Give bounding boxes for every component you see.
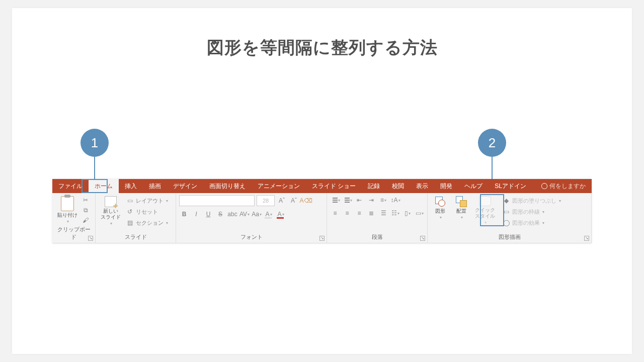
align-text-button[interactable]: ▯▾ [403,208,413,218]
align-right-button[interactable]: ≡ [354,208,364,218]
effects-icon: ◯ [502,219,510,227]
font-name-combo[interactable] [179,195,255,206]
shrink-font-button[interactable]: Aˇ [289,196,299,206]
tab-draw[interactable]: 描画 [143,179,167,193]
tab-file[interactable]: ファイル [52,179,89,193]
tab-slideshow[interactable]: スライド ショー [306,179,362,193]
callout-2: 2 [478,129,506,179]
ribbon-tabs: ファイル ホーム 挿入 描画 デザイン 画面切り替え アニメーション スライド … [52,179,592,193]
quick-styles-icon [479,196,491,206]
change-case-button[interactable]: Aa▾ [252,209,262,219]
ribbon: ファイル ホーム 挿入 描画 デザイン 画面切り替え アニメーション スライド … [52,179,592,243]
grow-font-button[interactable]: Aˆ [277,196,287,206]
callout-1: 1 [80,129,109,179]
outline-icon: ▭ [502,208,510,216]
font-size-combo[interactable]: 28 [257,195,275,206]
shapes-icon [435,196,446,207]
text-direction-button[interactable]: ↕A▾ [390,195,400,205]
tell-me[interactable]: 何をしますか [535,179,592,193]
quick-styles-button[interactable]: クイック スタイル ▾ [473,195,497,226]
tab-animations[interactable]: アニメーション [252,179,306,193]
bold-button[interactable]: B [179,209,189,219]
align-center-button[interactable]: ≡ [342,208,352,218]
new-slide-icon [105,196,117,207]
bullets-button[interactable]: ▾ [330,195,340,205]
align-left-button[interactable]: ≡ [330,208,340,218]
shape-outline-button[interactable]: ▭図形の枠線▾ [501,207,562,216]
clipboard-launcher[interactable]: ↘ [88,236,93,241]
tab-developer[interactable]: 開発 [434,179,458,193]
line-spacing-button[interactable]: ≡▾ [378,195,388,205]
font-color-button[interactable]: A▾ [276,209,286,219]
numbering-button[interactable]: ▾ [342,195,352,205]
decrease-indent-button[interactable]: ⇤ [354,195,364,205]
format-painter-icon[interactable]: 🖌 [82,216,90,224]
shapes-button[interactable]: 図形 ▾ [431,195,450,221]
group-label-slides: スライド [99,232,173,243]
numbering-icon [343,197,350,203]
underline-button[interactable]: U [203,209,213,219]
font-launcher[interactable]: ↘ [319,236,325,241]
shape-fill-button[interactable]: ◆図形の塗りつぶし▾ [501,196,562,205]
reset-icon: ↺ [126,208,134,216]
tab-help[interactable]: ヘルプ [458,179,489,193]
layout-icon: ▭ [126,197,134,205]
layout-button[interactable]: ▭レイアウト▾ [125,196,169,205]
reset-button[interactable]: ↺リセット [125,207,169,216]
columns-button[interactable]: ☷▾ [390,208,400,218]
tell-me-label: 何をしますか [549,182,586,191]
tab-design[interactable]: デザイン [167,179,203,193]
group-label-clipboard: クリップボード [55,225,92,243]
paragraph-launcher[interactable]: ↘ [420,236,425,241]
italic-button[interactable]: I [191,209,201,219]
page-title: 図形を等間隔に整列する方法 [12,8,632,59]
tab-addin[interactable]: SLアドイン [489,179,532,193]
distribute-button[interactable]: ☰ [378,208,388,218]
cut-icon[interactable]: ✂ [82,196,90,204]
bullets-icon [331,197,338,203]
lightbulb-icon [541,183,547,189]
callout-1-badge: 1 [80,129,109,157]
tab-record[interactable]: 記録 [362,179,386,193]
tab-view[interactable]: 表示 [410,179,434,193]
increase-indent-button[interactable]: ⇥ [366,195,376,205]
shadow-button[interactable]: abc [227,209,237,219]
drawing-launcher[interactable]: ↘ [584,236,589,241]
fill-icon: ◆ [502,197,510,205]
clipboard-icon [61,196,74,211]
highlight-color-button[interactable]: A▾ [264,209,274,219]
copy-icon[interactable]: ⧉ [82,206,90,214]
smartart-button[interactable]: ▭▾ [415,208,425,218]
shape-effects-button[interactable]: ◯図形の効果▾ [501,218,562,227]
tab-home[interactable]: ホーム [89,179,119,193]
tab-transitions[interactable]: 画面切り替え [203,179,252,193]
justify-button[interactable]: ≣ [366,208,376,218]
paste-button[interactable]: 貼り付け ▾ [55,195,79,225]
group-label-paragraph: 段落 [330,232,424,243]
new-slide-button[interactable]: 新しい スライド ▾ [99,195,123,227]
group-label-font: フォント [179,232,324,243]
tab-insert[interactable]: 挿入 [119,179,143,193]
group-label-drawing: 図形描画 [431,232,588,243]
callout-2-badge: 2 [478,129,506,157]
section-button[interactable]: ▤セクション▾ [125,218,169,227]
section-icon: ▤ [126,219,134,227]
arrange-icon [456,196,467,207]
strike-button[interactable]: S [215,209,225,219]
tab-review[interactable]: 校閲 [386,179,410,193]
char-spacing-button[interactable]: AV▾ [239,209,250,219]
arrange-button[interactable]: 配置 ▾ [452,195,471,221]
clear-format-button[interactable]: A⌫ [301,196,311,206]
